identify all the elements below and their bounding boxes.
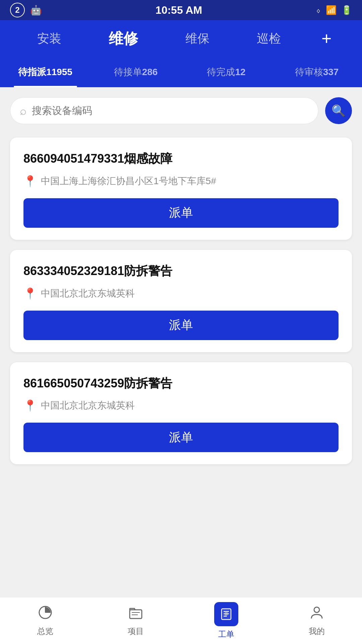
tab-pending-accept[interactable]: 待接单286 xyxy=(90,57,181,87)
nav-maintenance[interactable]: 维保 xyxy=(179,27,216,50)
work-orders-list: 866094051479331烟感故障 📍 中国上海上海徐汇协昌小区1号地下车库… xyxy=(0,131,362,471)
search-icon-left: ⌕ xyxy=(20,104,26,117)
tab-pending-complete[interactable]: 待完成12 xyxy=(181,57,272,87)
bottom-nav: 总览 项目 ≡ 工单 xyxy=(0,597,362,644)
card-title-2: 863334052329181防拆警告 xyxy=(23,263,339,279)
bottom-nav-overview[interactable]: 总览 xyxy=(0,605,90,637)
dispatch-button-3[interactable]: 派单 xyxy=(23,423,339,452)
dispatch-button-2[interactable]: 派单 xyxy=(23,311,339,340)
workorder-icon: ≡ xyxy=(214,602,238,626)
location-text-2: 中国北京北京东城英科 xyxy=(41,287,135,300)
search-container: ⌕ 🔍 xyxy=(0,87,362,131)
status-bar: 2 🤖 10:55 AM ⬨ 📶 🔋 xyxy=(0,0,362,20)
overview-label: 总览 xyxy=(37,626,53,637)
location-icon-2: 📍 xyxy=(23,287,37,300)
wifi-icon: 📶 xyxy=(326,5,337,15)
nav-inspection[interactable]: 巡检 xyxy=(250,27,288,50)
svg-text:≡: ≡ xyxy=(225,610,228,617)
bottom-nav-workorder[interactable]: ≡ 工单 xyxy=(181,602,272,640)
status-time: 10:55 AM xyxy=(156,4,202,16)
workorder-label: 工单 xyxy=(218,629,234,640)
work-order-card-3: 861665050743259防拆警告 📍 中国北京北京东城英科 派单 xyxy=(10,362,352,465)
card-title-3: 861665050743259防拆警告 xyxy=(23,376,339,391)
nav-repair[interactable]: 维修 xyxy=(102,25,145,52)
mine-label: 我的 xyxy=(309,626,325,637)
project-label: 项目 xyxy=(128,626,144,637)
battery-icon: 🔋 xyxy=(341,5,352,15)
person-icon xyxy=(309,605,324,623)
search-input-wrapper: ⌕ xyxy=(10,97,318,124)
work-order-card-2: 863334052329181防拆警告 📍 中国北京北京东城英科 派单 xyxy=(10,250,352,352)
search-button-icon: 🔍 xyxy=(331,104,346,117)
location-icon-1: 📍 xyxy=(23,175,37,187)
card-title-1: 866094051479331烟感故障 xyxy=(23,151,339,167)
card-location-2: 📍 中国北京北京东城英科 xyxy=(23,287,339,300)
bottom-nav-mine[interactable]: 我的 xyxy=(272,605,362,637)
card-location-1: 📍 中国上海上海徐汇协昌小区1号地下车库5# xyxy=(23,175,339,187)
folder-icon xyxy=(128,605,143,623)
search-input[interactable] xyxy=(32,105,309,116)
bottom-nav-project[interactable]: 项目 xyxy=(90,605,181,637)
card-location-3: 📍 中国北京北京东城英科 xyxy=(23,399,339,412)
svg-point-11 xyxy=(314,607,319,612)
search-button[interactable]: 🔍 xyxy=(325,97,352,124)
location-text-1: 中国上海上海徐汇协昌小区1号地下车库5# xyxy=(41,175,216,187)
sub-tab-bar: 待指派11955 待接单286 待完成12 待审核337 xyxy=(0,57,362,87)
tab-pending-assign[interactable]: 待指派11955 xyxy=(0,57,90,87)
dispatch-button-1[interactable]: 派单 xyxy=(23,198,339,228)
header-nav: 安装 维修 维保 巡检 + xyxy=(0,20,362,57)
tab-pending-review[interactable]: 待审核337 xyxy=(272,57,362,87)
pie-chart-icon xyxy=(38,605,53,623)
location-text-3: 中国北京北京东城英科 xyxy=(41,399,135,412)
android-icon: 🤖 xyxy=(30,5,42,16)
nav-install[interactable]: 安装 xyxy=(31,27,68,50)
notification-badge: 2 xyxy=(10,3,25,17)
bluetooth-icon: ⬨ xyxy=(316,5,321,15)
location-icon-3: 📍 xyxy=(23,399,37,412)
add-button[interactable]: + xyxy=(321,29,331,49)
svg-rect-2 xyxy=(130,610,142,619)
work-order-card-1: 866094051479331烟感故障 📍 中国上海上海徐汇协昌小区1号地下车库… xyxy=(10,138,352,240)
